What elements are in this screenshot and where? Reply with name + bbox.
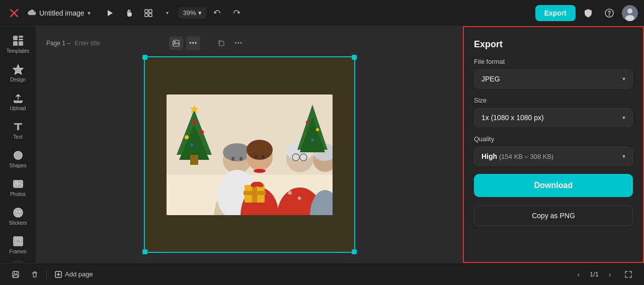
svg-point-41	[231, 157, 234, 161]
svg-rect-15	[13, 41, 18, 46]
file-format-value: JPEG	[481, 75, 500, 83]
next-page-button[interactable]: ›	[603, 267, 617, 281]
quality-label: Quality	[474, 135, 633, 143]
svg-point-68	[306, 121, 309, 124]
export-panel: Export File format JPEG ▾ Size 1x (1080 …	[463, 26, 644, 263]
file-format-select[interactable]: JPEG ▾	[474, 69, 633, 88]
svg-point-33	[192, 120, 196, 124]
more-button[interactable]: •••	[186, 36, 200, 50]
svg-rect-27	[219, 41, 224, 46]
layout-button[interactable]	[140, 5, 157, 22]
undo-button[interactable]	[209, 5, 226, 22]
page-count: 1/1	[590, 270, 599, 278]
tool-group: ▾ 39% ▾	[102, 5, 245, 22]
sidebar-item-text[interactable]: Text	[3, 117, 33, 144]
quality-select[interactable]: High (154 KB – 308 KB) ▾	[474, 147, 633, 166]
shield-button[interactable]	[580, 5, 597, 22]
sidebar-item-frames[interactable]: Frames	[3, 232, 33, 258]
sidebar-item-shapes[interactable]: Shapes	[3, 146, 33, 172]
quality-field: Quality High (154 KB – 308 KB) ▾	[474, 135, 633, 166]
sidebar-item-label-frames: Frames	[10, 249, 27, 254]
sidebar-item-photos[interactable]: Photos	[3, 174, 33, 201]
export-button[interactable]: Export	[535, 5, 576, 21]
sidebar-item-templates[interactable]: Templates	[3, 31, 33, 58]
svg-rect-16	[19, 41, 23, 46]
svg-rect-13	[19, 36, 23, 38]
size-field: Size 1x (1080 x 1080 px) ▾	[474, 97, 633, 127]
page-more-button[interactable]: •••	[231, 36, 246, 50]
svg-point-69	[316, 128, 319, 131]
main-area: Templates Design Upload Text Shapes	[0, 26, 644, 263]
sidebar-item-upload[interactable]: Upload	[3, 88, 33, 115]
sidebar-item-stickers[interactable]: Stickers	[3, 203, 33, 230]
page-nav: ‹ 1/1 ›	[572, 267, 636, 282]
sidebar: Templates Design Upload Text Shapes	[0, 26, 36, 263]
title-chevron-icon[interactable]: ▾	[88, 10, 91, 17]
page-label-bar: Page 1 – •••	[46, 36, 246, 50]
page-toolbar: •••	[169, 36, 200, 50]
svg-point-8	[609, 15, 610, 15]
layout-chevron-button[interactable]: ▾	[159, 5, 176, 22]
duplicate-page-button[interactable]	[214, 36, 228, 50]
download-button[interactable]: Download	[474, 174, 633, 197]
add-page-button[interactable]: Add page	[51, 268, 97, 280]
resize-handle-tl[interactable]	[142, 55, 147, 60]
logo-button[interactable]	[6, 5, 22, 21]
svg-text:❄: ❄	[287, 189, 292, 197]
svg-rect-4	[149, 10, 152, 13]
copy-png-button[interactable]: Copy as PNG	[474, 205, 633, 226]
resize-handle-tr[interactable]	[352, 55, 357, 60]
export-panel-title: Export	[474, 39, 633, 50]
svg-point-17	[14, 151, 22, 159]
canvas-frame[interactable]: ❄ ❄	[144, 56, 355, 253]
hand-tool-button[interactable]	[121, 5, 138, 22]
delete-button[interactable]	[27, 267, 42, 282]
sidebar-item-label-shapes: Shapes	[10, 163, 27, 168]
zoom-chevron-icon: ▾	[198, 9, 202, 17]
image-tool-button[interactable]	[169, 36, 183, 50]
svg-point-49	[254, 169, 266, 173]
svg-rect-6	[149, 14, 152, 17]
svg-point-21	[16, 211, 17, 212]
size-select[interactable]: 1x (1080 x 1080 px) ▾	[474, 108, 633, 127]
document-title[interactable]: Untitled image	[39, 9, 85, 17]
canvas-image[interactable]: ❄ ❄	[167, 94, 333, 215]
sidebar-item-label-templates: Templates	[7, 48, 30, 54]
svg-point-70	[311, 138, 314, 141]
size-label: Size	[474, 97, 633, 104]
svg-marker-2	[108, 10, 113, 16]
zoom-control[interactable]: 39% ▾	[178, 7, 207, 19]
svg-point-46	[247, 140, 273, 160]
file-format-chevron-icon: ▾	[622, 75, 625, 82]
bottom-bar: Add page ‹ 1/1 ›	[0, 263, 644, 285]
expand-button[interactable]	[621, 267, 636, 282]
avatar[interactable]	[622, 5, 638, 21]
canvas-area: Page 1 – •••	[36, 26, 463, 263]
redo-button[interactable]	[228, 5, 245, 22]
page-title-input[interactable]	[74, 40, 150, 47]
play-button[interactable]	[102, 5, 119, 22]
zoom-value: 39%	[183, 9, 196, 17]
file-format-label: File format	[474, 58, 633, 65]
bottom-divider	[46, 269, 47, 279]
topbar: Untitled image ▾ ▾ 39% ▾	[0, 0, 644, 26]
svg-point-34	[185, 135, 189, 139]
sidebar-item-design[interactable]: Design	[3, 60, 33, 86]
quality-value: High (154 KB – 308 KB)	[481, 152, 553, 160]
svg-point-35	[200, 130, 204, 134]
help-button[interactable]	[601, 5, 618, 22]
sidebar-item-label-photos: Photos	[10, 192, 26, 197]
save-button[interactable]	[8, 267, 23, 282]
size-chevron-icon: ▾	[622, 114, 625, 121]
svg-point-26	[174, 41, 175, 42]
resize-handle-br[interactable]	[352, 249, 357, 254]
svg-point-42	[239, 157, 243, 161]
resize-handle-bl[interactable]	[142, 249, 147, 254]
svg-rect-3	[145, 10, 148, 13]
svg-point-20	[14, 208, 23, 217]
svg-point-48	[262, 155, 265, 158]
sidebar-item-label-text: Text	[13, 134, 22, 140]
sidebar-item-label-stickers: Stickers	[9, 220, 27, 226]
prev-page-button[interactable]: ‹	[572, 267, 586, 281]
svg-point-36	[190, 143, 193, 146]
